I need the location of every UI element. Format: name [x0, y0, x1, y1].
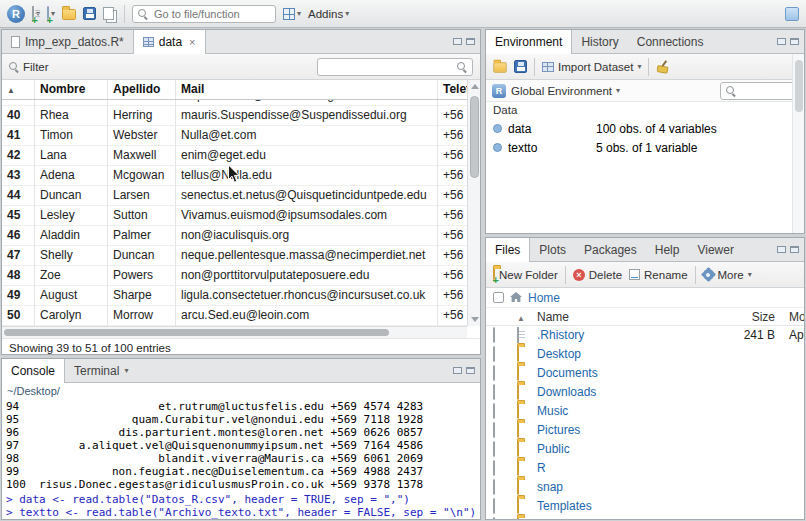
global-environment-selector[interactable]: Global Environment ▾ [511, 85, 620, 97]
new-folder-button[interactable]: New Folder [493, 269, 558, 281]
minimize-icon[interactable] [453, 38, 462, 45]
column-header-modified[interactable]: Modified [779, 308, 805, 328]
file-row[interactable]: Pictures [486, 421, 805, 440]
cell-mail[interactable]: tellus@Nulla.edu [176, 166, 438, 186]
cell-telefono[interactable]: +56 [438, 266, 467, 286]
table-searchbox[interactable] [317, 58, 473, 76]
new-file-button[interactable]: ▾ [32, 7, 40, 21]
file-name[interactable]: .Rhistory [537, 326, 727, 345]
table-row[interactable]: 46AladdinPalmernon@iaculisquis.org+56 [2, 226, 467, 246]
file-name[interactable]: Videos [537, 516, 727, 520]
maximize-icon[interactable] [790, 246, 799, 253]
cell-nombre[interactable]: Shelly [35, 246, 108, 266]
row-checkbox[interactable] [493, 441, 495, 457]
column-header-size[interactable]: Size [727, 308, 779, 328]
file-name[interactable]: Music [537, 402, 727, 421]
minimize-icon[interactable] [453, 367, 462, 374]
row-checkbox[interactable] [493, 422, 495, 438]
vertical-scrollbar[interactable] [467, 80, 480, 326]
addins-button[interactable]: Addins ▾ [308, 8, 349, 20]
r-logo-icon[interactable]: R [7, 5, 25, 23]
load-workspace-button[interactable] [493, 60, 507, 73]
breadcrumb-home[interactable]: Home [528, 291, 560, 305]
cell-telefono[interactable]: +56 [438, 126, 467, 146]
goto-file-searchbox[interactable] [132, 5, 276, 23]
cell-mail[interactable]: neque.pellentesque.massa@necimperdiet.ne… [176, 246, 438, 266]
file-row[interactable]: Videos [486, 516, 805, 520]
cell-nombre[interactable]: Rhea [35, 106, 108, 126]
cell-mail[interactable]: Vivamus.euismod@ipsumsodales.com [176, 206, 438, 226]
minimize-icon[interactable] [777, 38, 786, 45]
cell-telefono[interactable]: +56 [438, 206, 467, 226]
file-name[interactable]: Templates [537, 497, 727, 516]
column-header-apellido[interactable]: Apellido [108, 80, 176, 99]
file-name[interactable]: Pictures [537, 421, 727, 440]
cell-nombre[interactable]: Duncan [35, 186, 108, 206]
row-checkbox[interactable] [493, 498, 495, 514]
cell-nombre[interactable]: Lesley [35, 206, 108, 226]
close-icon[interactable]: × [187, 37, 195, 48]
cell-apellido[interactable]: Morrow [108, 306, 176, 326]
tab-data-viewer[interactable]: data × [133, 30, 206, 54]
file-row[interactable]: Templates [486, 497, 805, 516]
rename-button[interactable]: Rename [629, 269, 687, 281]
clear-environment-button[interactable] [656, 60, 669, 73]
cell-apellido[interactable]: Larsen [108, 186, 176, 206]
table-row[interactable]: 41TimonWebsterNulla@et.com+56 [2, 126, 467, 146]
cell-telefono[interactable]: +56 [438, 306, 467, 326]
file-row[interactable]: snap [486, 478, 805, 497]
cell-apellido[interactable]: Mcgowan [108, 166, 176, 186]
cell-nombre[interactable]: August [35, 286, 108, 306]
row-checkbox[interactable] [493, 403, 495, 419]
row-checkbox[interactable] [493, 517, 495, 520]
table-row[interactable]: 49AugustSharpeligula.consectetuer.rhoncu… [2, 286, 467, 306]
cell-telefono[interactable]: +56 [438, 166, 467, 186]
row-checkbox[interactable] [493, 479, 495, 495]
file-row[interactable]: Documents [486, 364, 805, 383]
table-row[interactable]: 45LesleySuttonVivamus.euismod@ipsumsodal… [2, 206, 467, 226]
cell-nombre[interactable]: Adena [35, 166, 108, 186]
import-dataset-button[interactable]: Import Dataset ▾ [542, 61, 641, 73]
cell-telefono[interactable]: +56 [438, 286, 467, 306]
tab-connections[interactable]: Connections [628, 30, 713, 53]
row-checkbox[interactable] [493, 346, 495, 362]
environment-search-input[interactable] [740, 84, 792, 98]
column-header-rownum[interactable]: ▲ [2, 80, 35, 99]
file-name[interactable]: Public [537, 440, 727, 459]
scrollbar-thumb[interactable] [795, 60, 803, 112]
project-button[interactable] [785, 7, 799, 21]
cell-mail[interactable]: arcu.Sed.eu@leoin.com [176, 306, 438, 326]
cell-telefono[interactable]: +56 [438, 186, 467, 206]
cell-mail[interactable]: enim@eget.edu [176, 146, 438, 166]
file-row[interactable]: .Rhistory241 BApr 2 [486, 326, 805, 345]
cell-nombre[interactable]: Lana [35, 146, 108, 166]
cell-mail[interactable]: Nulla@et.com [176, 126, 438, 146]
row-checkbox[interactable] [493, 327, 495, 343]
cell-apellido[interactable]: Maxwell [108, 146, 176, 166]
cell-telefono[interactable]: +56 [438, 146, 467, 166]
maximize-icon[interactable] [466, 38, 475, 45]
save-workspace-button[interactable] [514, 60, 527, 73]
cell-telefono[interactable]: +56 [438, 106, 467, 126]
filter-button[interactable]: Filter [9, 61, 49, 73]
new-project-button[interactable]: ▾ [47, 7, 55, 21]
minimize-icon[interactable] [777, 246, 786, 253]
object-name[interactable]: data [508, 122, 590, 136]
vertical-scrollbar[interactable] [792, 54, 804, 233]
table-row[interactable]: 42LanaMaxwellenim@eget.edu+56 [2, 146, 467, 166]
file-name[interactable]: Documents [537, 364, 727, 383]
cell-apellido[interactable]: Powers [108, 266, 176, 286]
environment-item[interactable]: textto5 obs. of 1 variable [486, 138, 804, 157]
cell-telefono[interactable]: +56 [438, 226, 467, 246]
pane-layout-button[interactable]: ▾ [283, 8, 301, 20]
file-row[interactable]: Music [486, 402, 805, 421]
table-row[interactable]: 44DuncanLarsensenectus.et.netus@Quisquet… [2, 186, 467, 206]
file-name[interactable]: Desktop [537, 345, 727, 364]
tab-console[interactable]: Console [2, 359, 65, 383]
open-file-button[interactable] [62, 7, 76, 20]
cell-telefono[interactable]: +56 [438, 246, 467, 266]
table-search-input[interactable] [323, 60, 453, 74]
more-button[interactable]: More ▾ [703, 269, 752, 281]
cell-apellido[interactable]: Webster [108, 126, 176, 146]
select-all-checkbox[interactable] [493, 292, 504, 303]
